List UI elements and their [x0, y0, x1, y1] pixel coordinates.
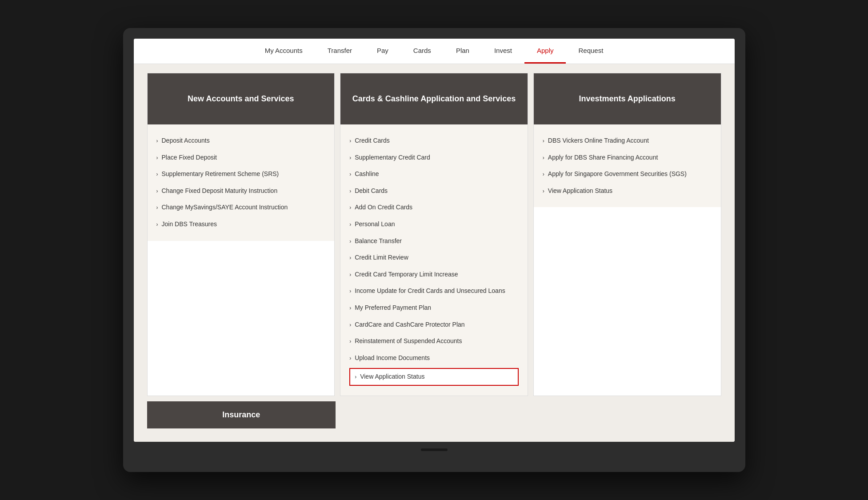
- chevron-icon: ›: [355, 373, 356, 381]
- chevron-icon: ›: [156, 221, 158, 228]
- chevron-icon: ›: [349, 171, 351, 178]
- nav-transfer[interactable]: Transfer: [315, 39, 364, 64]
- list-item[interactable]: › Add On Credit Cards: [349, 199, 519, 216]
- list-item[interactable]: › Cashline: [349, 166, 519, 183]
- bottom-section: Insurance: [147, 401, 721, 428]
- laptop-bottom: [134, 445, 735, 454]
- list-item[interactable]: › Reinstatement of Suspended Accounts: [349, 333, 519, 350]
- nav-items: My Accounts Transfer Pay Cards Plan Inve…: [252, 39, 616, 64]
- chevron-icon: ›: [349, 188, 351, 195]
- chevron-icon: ›: [543, 137, 544, 145]
- nav-request[interactable]: Request: [566, 39, 616, 64]
- screen: My Accounts Transfer Pay Cards Plan Inve…: [134, 39, 735, 442]
- new-accounts-header: New Accounts and Services: [148, 73, 335, 124]
- chevron-icon: ›: [349, 137, 351, 145]
- list-item[interactable]: › Join DBS Treasures: [156, 216, 326, 233]
- list-item[interactable]: › My Preferred Payment Plan: [349, 300, 519, 316]
- cards-cashline-header: Cards & Cashline Application and Service…: [340, 73, 528, 124]
- list-item[interactable]: › Balance Transfer: [349, 233, 519, 250]
- chevron-icon: ›: [349, 288, 351, 295]
- chevron-icon: ›: [349, 338, 351, 345]
- list-item[interactable]: › Change Fixed Deposit Maturity Instruct…: [156, 183, 326, 200]
- chevron-icon: ›: [543, 188, 544, 195]
- list-item[interactable]: › Debit Cards: [349, 183, 519, 200]
- investments-header: Investments Applications: [534, 73, 721, 124]
- chevron-icon: ›: [349, 254, 351, 262]
- chevron-icon: ›: [156, 137, 158, 145]
- nav-invest[interactable]: Invest: [482, 39, 524, 64]
- chevron-icon: ›: [156, 188, 158, 195]
- chevron-icon: ›: [156, 171, 158, 178]
- list-item[interactable]: › Deposit Accounts: [156, 132, 326, 149]
- list-item[interactable]: › Supplementary Retirement Scheme (SRS): [156, 166, 326, 183]
- nav-apply[interactable]: Apply: [524, 39, 566, 64]
- chevron-icon: ›: [349, 238, 351, 245]
- chevron-icon: ›: [349, 221, 351, 228]
- list-item[interactable]: › Personal Loan: [349, 216, 519, 233]
- chevron-icon: ›: [349, 321, 351, 329]
- nav-my-accounts[interactable]: My Accounts: [252, 39, 315, 64]
- list-item[interactable]: › Change MySavings/SAYE Account Instruct…: [156, 199, 326, 216]
- chevron-icon: ›: [349, 355, 351, 362]
- nav-pay[interactable]: Pay: [364, 39, 401, 64]
- columns-container: New Accounts and Services › Deposit Acco…: [147, 73, 721, 396]
- chevron-icon: ›: [349, 204, 351, 212]
- cards-cashline-body: › Credit Cards › Supplementary Credit Ca…: [340, 124, 528, 396]
- nav-plan[interactable]: Plan: [444, 39, 482, 64]
- column-new-accounts: New Accounts and Services › Deposit Acco…: [147, 73, 335, 396]
- list-item[interactable]: › View Application Status: [543, 183, 712, 200]
- list-item[interactable]: › Credit Card Temporary Limit Increase: [349, 266, 519, 283]
- list-item[interactable]: › DBS Vickers Online Trading Account: [543, 132, 712, 149]
- laptop-notch: [421, 448, 448, 451]
- new-accounts-body: › Deposit Accounts › Place Fixed Deposit…: [148, 124, 335, 241]
- list-item[interactable]: › CardCare and CashCare Protector Plan: [349, 316, 519, 333]
- laptop-frame: My Accounts Transfer Pay Cards Plan Inve…: [123, 28, 745, 472]
- list-item[interactable]: › Credit Limit Review: [349, 249, 519, 266]
- chevron-icon: ›: [349, 304, 351, 312]
- chevron-icon: ›: [349, 271, 351, 279]
- content-area: New Accounts and Services › Deposit Acco…: [134, 64, 735, 442]
- chevron-icon: ›: [543, 154, 544, 162]
- chevron-icon: ›: [543, 171, 544, 178]
- view-application-status-link[interactable]: › View Application Status: [349, 368, 519, 386]
- list-item[interactable]: › Apply for Singapore Government Securit…: [543, 166, 712, 183]
- list-item[interactable]: › Place Fixed Deposit: [156, 149, 326, 166]
- chevron-icon: ›: [349, 154, 351, 162]
- column-investments: Investments Applications › DBS Vickers O…: [533, 73, 721, 396]
- list-item[interactable]: › Credit Cards: [349, 132, 519, 149]
- chevron-icon: ›: [156, 154, 158, 162]
- insurance-header: Insurance: [147, 401, 336, 428]
- investments-body: › DBS Vickers Online Trading Account › A…: [534, 124, 721, 207]
- list-item[interactable]: › Upload Income Documents: [349, 350, 519, 367]
- list-item[interactable]: › Apply for DBS Share Financing Account: [543, 149, 712, 166]
- column-cards-cashline: Cards & Cashline Application and Service…: [340, 73, 528, 396]
- nav-bar: My Accounts Transfer Pay Cards Plan Inve…: [134, 39, 735, 64]
- nav-cards[interactable]: Cards: [401, 39, 444, 64]
- list-item[interactable]: › Supplementary Credit Card: [349, 149, 519, 166]
- chevron-icon: ›: [156, 204, 158, 212]
- list-item[interactable]: › Income Update for Credit Cards and Uns…: [349, 283, 519, 300]
